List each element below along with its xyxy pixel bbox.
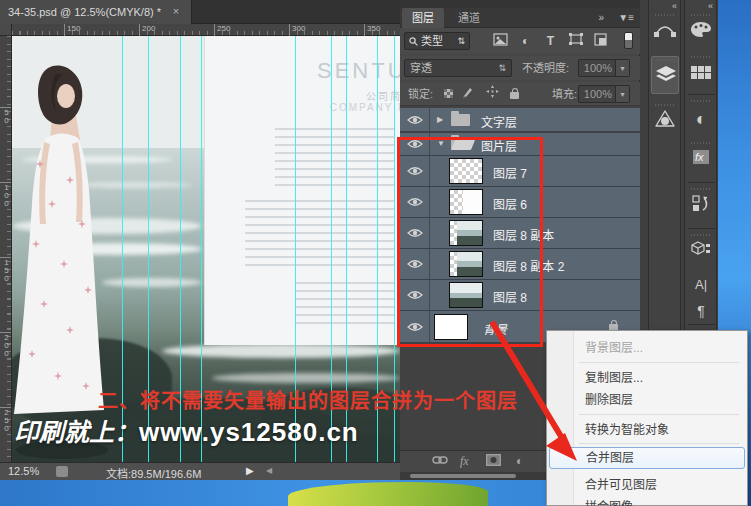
3d-material-panel-button[interactable]: [687, 232, 715, 270]
layer-style-fx-icon[interactable]: fx: [460, 454, 469, 469]
history-panel-button[interactable]: [687, 186, 715, 224]
ruler-label: 350: [364, 24, 380, 36]
tutorial-annotation-text: 二、将不需要矢量输出的图层合拼为一个图层: [98, 385, 518, 414]
status-small-arrow-icon: ◀: [266, 466, 272, 475]
ruler-label: 250: [0, 407, 11, 432]
layer-name[interactable]: 文字层: [481, 113, 517, 130]
menu-separator: [579, 443, 739, 444]
filter-kind-dropdown[interactable]: 类型 ⇅: [404, 32, 470, 50]
opacity-value[interactable]: 100%: [578, 59, 616, 77]
document-tab[interactable]: 34-35.psd @ 12.5%(CMYK/8) *: [0, 0, 192, 24]
watermark-url: www.ys12580.cn: [139, 417, 359, 447]
fill-dropdown-icon[interactable]: ▾: [616, 85, 630, 103]
collapse-dock-icon[interactable]: «: [708, 1, 713, 11]
ruler-label: 300: [289, 24, 305, 36]
menu-item-convert-smart-object[interactable]: 转换为智能对象: [549, 419, 745, 441]
adjustment-layer-icon[interactable]: ◐: [516, 454, 523, 468]
character-panel-icon: A|: [687, 272, 715, 298]
sphere-icon: [651, 110, 679, 136]
history-icon: [687, 194, 715, 220]
visibility-toggle[interactable]: [400, 108, 430, 131]
panel-scroll-handle[interactable]: [410, 474, 516, 478]
horizontal-ruler: 150 200 250 300 350: [12, 24, 400, 36]
layer-filter-row: 类型 ⇅ ◐ T: [400, 28, 640, 54]
styles-panel-button[interactable]: fx: [687, 140, 715, 178]
ruler-label: 150: [64, 24, 80, 36]
status-bar: 12.5% 文档:89.5M/196.6M ▶ ◀: [0, 462, 400, 480]
panel-menu-icon[interactable]: ▼≡: [618, 12, 634, 23]
fill-value[interactable]: 100%: [578, 85, 616, 103]
layer-context-menu: 背景图层... 复制图层... 删除图层 转换为智能对象 合并图层 合并可见图层…: [546, 330, 748, 506]
panel-top-strip: [400, 0, 640, 8]
zoom-level-field[interactable]: 12.5%: [8, 465, 39, 477]
search-icon: [409, 37, 418, 46]
menu-item-merge-visible[interactable]: 合并可见图层: [549, 474, 745, 496]
document-size-info[interactable]: 文档:89.5M/196.6M: [106, 465, 201, 481]
layers-panel-button[interactable]: [651, 56, 679, 94]
adjustment-icon: ◐: [687, 106, 715, 132]
ruler-label: 200: [139, 24, 155, 36]
svg-text:fx: fx: [695, 151, 704, 163]
menu-separator: [579, 362, 739, 363]
watermark-brush-text: 印刷就上：: [14, 419, 139, 446]
paths-panel-button[interactable]: [651, 12, 679, 50]
swatches-icon: [687, 62, 715, 88]
ruler-corner: [0, 24, 12, 36]
adjustments-panel-button[interactable]: ◐: [687, 98, 715, 136]
color-panel-button[interactable]: [687, 12, 715, 50]
watermark: 印刷就上：www.ys12580.cn: [14, 412, 359, 448]
ruler-label: 150: [0, 257, 11, 282]
layers-icon: [652, 65, 680, 91]
vertical-ruler: 50 100 150 200 250: [0, 36, 12, 462]
lock-position-icon[interactable]: [484, 85, 501, 101]
menu-item-merge-layers[interactable]: 合并图层: [549, 447, 745, 469]
filter-kind-label: 类型: [421, 35, 443, 47]
lock-transparency-icon[interactable]: [444, 89, 453, 98]
panel-tab-bar: 图层 通道 » ▼≡: [400, 8, 640, 28]
paragraph-icon: ¶: [687, 298, 715, 324]
ruler-label: 100: [0, 182, 11, 207]
chevron-right-icon[interactable]: ▶: [437, 115, 443, 124]
updown-icon: ⇅: [498, 60, 506, 76]
blend-mode-value: 穿透: [410, 62, 432, 74]
filter-smart-object-icon[interactable]: [592, 33, 609, 49]
layer-row-group-text[interactable]: ▶ 文字层: [400, 108, 640, 132]
3d-panel-button[interactable]: [651, 102, 679, 140]
fill-label: 填充:: [552, 85, 577, 103]
ruler-label: 50: [0, 107, 11, 124]
fx-icon: fx: [687, 148, 715, 174]
menu-item-delete-layer[interactable]: 删除图层: [549, 389, 745, 411]
filter-pixel-icon[interactable]: [492, 33, 509, 49]
cube-icon: [687, 240, 715, 266]
expand-panels-icon[interactable]: »: [598, 12, 604, 23]
opacity-label: 不透明度:: [522, 59, 569, 77]
paragraph-panel-button[interactable]: ¶: [687, 296, 715, 322]
photoshop-window: 34-35.psd @ 12.5%(CMYK/8) * × 150 200 25…: [0, 0, 751, 506]
updown-icon: ⇅: [457, 33, 465, 49]
page-paragraph-lines: [295, 282, 395, 330]
ruler-label: 250: [214, 24, 230, 36]
tab-channels[interactable]: 通道: [448, 8, 490, 28]
menu-item-duplicate-layer[interactable]: 复制图层...: [549, 367, 745, 389]
lock-paint-icon[interactable]: [460, 85, 477, 101]
lock-label: 锁定:: [408, 85, 433, 103]
palette-icon: [687, 20, 715, 46]
menu-item-flatten-image[interactable]: 拼合图像: [549, 496, 745, 506]
character-panel-button[interactable]: A|: [687, 270, 715, 296]
lock-row: 锁定: 填充: 100% ▾: [400, 82, 640, 106]
close-icon[interactable]: ×: [168, 4, 184, 20]
tab-layers[interactable]: 图层: [402, 8, 444, 28]
collapse-dock-icon[interactable]: «: [672, 1, 677, 11]
blend-mode-select[interactable]: 穿透 ⇅: [404, 59, 512, 77]
filter-type-icon[interactable]: T: [542, 33, 559, 49]
filter-shape-icon[interactable]: [567, 33, 584, 49]
filter-adjustment-icon[interactable]: ◐: [517, 33, 534, 49]
layer-mask-icon[interactable]: [486, 454, 501, 469]
brochure-page: SENTUE 公司简介 COMPANY PR: [205, 36, 400, 345]
swatches-panel-button[interactable]: [687, 54, 715, 88]
opacity-dropdown-icon[interactable]: ▾: [616, 59, 630, 77]
status-arrow-icon[interactable]: ▶: [246, 465, 254, 476]
filter-switch-icon[interactable]: [624, 32, 633, 49]
link-layers-icon[interactable]: [432, 454, 448, 469]
lock-all-icon[interactable]: [510, 92, 519, 99]
